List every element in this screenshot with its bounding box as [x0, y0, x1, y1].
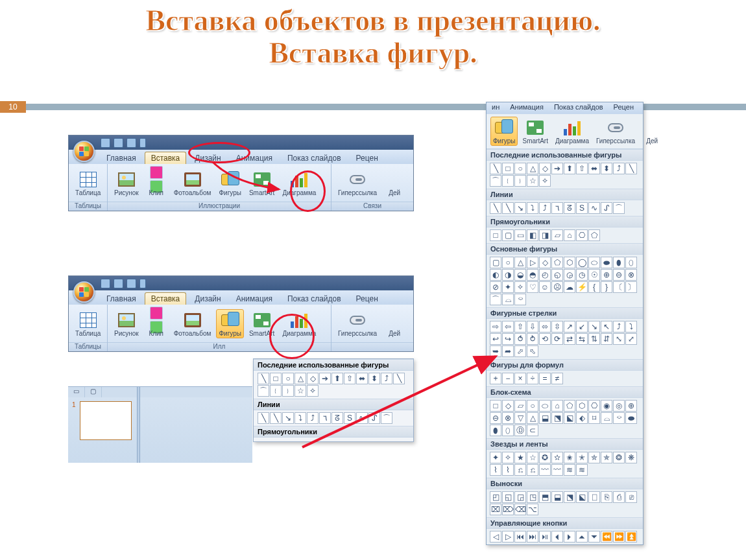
shape-item[interactable]: ⬓: [551, 491, 563, 503]
shape-item[interactable]: ⇩: [527, 321, 538, 332]
shape-item[interactable]: ◒: [514, 269, 526, 281]
shape-item[interactable]: ◰: [490, 491, 501, 503]
shape-item[interactable]: ⌓: [601, 412, 612, 424]
shape-item[interactable]: ✪: [539, 452, 551, 463]
qat-redo-icon[interactable]: [126, 279, 136, 288]
shape-item[interactable]: ⬭: [588, 257, 600, 268]
shape-item[interactable]: ⏩: [613, 531, 625, 542]
Клип-button[interactable]: Клип: [144, 309, 169, 338]
shape-item[interactable]: ⎌: [514, 464, 526, 476]
shape-item[interactable]: ⏫: [625, 531, 637, 542]
shape-item[interactable]: ↙: [576, 321, 588, 332]
Фигуры-button[interactable]: Фигуры: [216, 169, 243, 198]
shape-item[interactable]: ⟲: [539, 333, 551, 345]
Фигуры-button[interactable]: Фигуры: [216, 309, 243, 338]
Рисунок-button[interactable]: Рисунок: [112, 309, 141, 338]
side-tab-Рецен[interactable]: Рецен: [608, 102, 639, 114]
shape-item[interactable]: ⇧: [514, 321, 526, 332]
shape-item[interactable]: ⤴: [381, 373, 392, 384]
shape-item[interactable]: ⬌: [356, 373, 368, 384]
shape-item[interactable]: ╲: [393, 373, 405, 384]
qat-redo-icon[interactable]: [126, 138, 136, 148]
shape-item[interactable]: ⊘: [490, 281, 501, 293]
shape-item[interactable]: ⬌: [588, 163, 600, 174]
shape-item[interactable]: ⤴: [307, 412, 319, 424]
shape-item[interactable]: ⬍: [368, 373, 380, 384]
shape-item[interactable]: ⌔: [613, 412, 625, 424]
shape-item[interactable]: ﹛: [270, 385, 282, 397]
side-tab-ин[interactable]: ин: [487, 102, 505, 114]
shape-item[interactable]: S: [576, 202, 588, 214]
shape-item[interactable]: ﹛: [502, 175, 514, 187]
shape-item[interactable]: ⬮: [490, 425, 501, 436]
shape-item[interactable]: 〕: [625, 281, 637, 293]
shape-item[interactable]: ⎔: [588, 400, 600, 412]
shape-item[interactable]: ⬯: [502, 425, 514, 436]
SmartArt-button[interactable]: SmartArt: [247, 169, 277, 198]
shape-item[interactable]: □: [490, 400, 501, 412]
shape-item[interactable]: ◑: [502, 269, 514, 281]
shape-item[interactable]: ⎔: [576, 229, 588, 241]
shape-item[interactable]: ⊕: [601, 269, 612, 281]
shape-item[interactable]: ❋: [625, 452, 637, 463]
Рисунок-button[interactable]: Рисунок: [112, 169, 141, 198]
shape-item[interactable]: ○: [502, 257, 514, 268]
shape-item[interactable]: ▽: [514, 412, 526, 424]
shape-item[interactable]: ⇄: [564, 333, 575, 345]
shape-item[interactable]: ٦: [319, 412, 331, 424]
shape-item[interactable]: ⎌: [527, 464, 538, 476]
shape-item[interactable]: ⬕: [576, 491, 588, 503]
shape-item[interactable]: ⇧: [576, 163, 588, 174]
shape-item[interactable]: ⏯: [539, 531, 551, 542]
shape-item[interactable]: ╲: [490, 202, 501, 214]
shape-item[interactable]: ᘔ: [564, 202, 575, 214]
shape-item[interactable]: ⬄: [539, 321, 551, 332]
SmartArt-button[interactable]: SmartArt: [520, 117, 550, 146]
shape-item[interactable]: ▷: [527, 257, 538, 268]
shape-item[interactable]: ↘: [588, 321, 600, 332]
shape-item[interactable]: ↘: [514, 202, 526, 214]
Гиперссылка-button[interactable]: Гиперссылка: [594, 117, 638, 146]
shape-item[interactable]: ⌒: [490, 294, 501, 305]
shape-item[interactable]: 〰: [539, 464, 551, 476]
shape-item[interactable]: ⎚: [625, 491, 637, 503]
Клип-button[interactable]: Клип: [144, 169, 169, 198]
shape-item[interactable]: ⌒: [613, 202, 625, 214]
qat-save-icon[interactable]: [101, 138, 110, 148]
Фотоальбом-button[interactable]: Фотоальбом: [171, 169, 214, 198]
shape-item[interactable]: ◉: [601, 400, 612, 412]
shape-item[interactable]: ⌑: [588, 412, 600, 424]
shape-item[interactable]: ⬀: [514, 345, 526, 357]
shape-item[interactable]: ◇: [539, 163, 551, 174]
shape-item[interactable]: ⬖: [576, 412, 588, 424]
shape-item[interactable]: ∿: [588, 202, 600, 214]
shape-item[interactable]: ﹜: [282, 385, 294, 397]
shape-item[interactable]: ⬡: [564, 257, 575, 268]
shape-item[interactable]: ✫: [551, 452, 563, 463]
shape-item[interactable]: ≠: [551, 373, 563, 384]
shape-item[interactable]: ◨: [539, 229, 551, 241]
shape-item[interactable]: ▷: [502, 531, 514, 542]
shape-item[interactable]: ➦: [502, 345, 514, 357]
shape-item[interactable]: ◵: [551, 269, 563, 281]
shape-item[interactable]: ÷: [527, 373, 538, 384]
Диаграмма-button[interactable]: Диаграмма: [280, 169, 319, 198]
Гиперссылка-button[interactable]: Гиперссылка: [335, 309, 379, 338]
shape-item[interactable]: ⌇: [490, 464, 501, 476]
shape-item[interactable]: ☹: [551, 281, 563, 293]
qat-more-icon[interactable]: [139, 279, 146, 288]
shape-item[interactable]: ⚡: [576, 281, 588, 293]
shape-item[interactable]: ╲: [270, 412, 282, 424]
shape-item[interactable]: ✦: [490, 452, 501, 463]
shape-item[interactable]: S: [344, 412, 355, 424]
shape-item[interactable]: ⊂: [527, 425, 538, 436]
tab-Показ слайдов[interactable]: Показ слайдов: [281, 152, 348, 164]
Дей-button[interactable]: Дей: [640, 117, 664, 146]
shape-item[interactable]: ⌥: [527, 504, 538, 515]
shape-item[interactable]: ↘: [282, 412, 294, 424]
shape-item[interactable]: ◳: [527, 491, 538, 503]
shape-item[interactable]: ✮: [588, 452, 600, 463]
shape-item[interactable]: ◲: [514, 491, 526, 503]
shape-item[interactable]: ⎙: [613, 491, 625, 503]
table-button[interactable]: Таблица: [73, 309, 103, 338]
